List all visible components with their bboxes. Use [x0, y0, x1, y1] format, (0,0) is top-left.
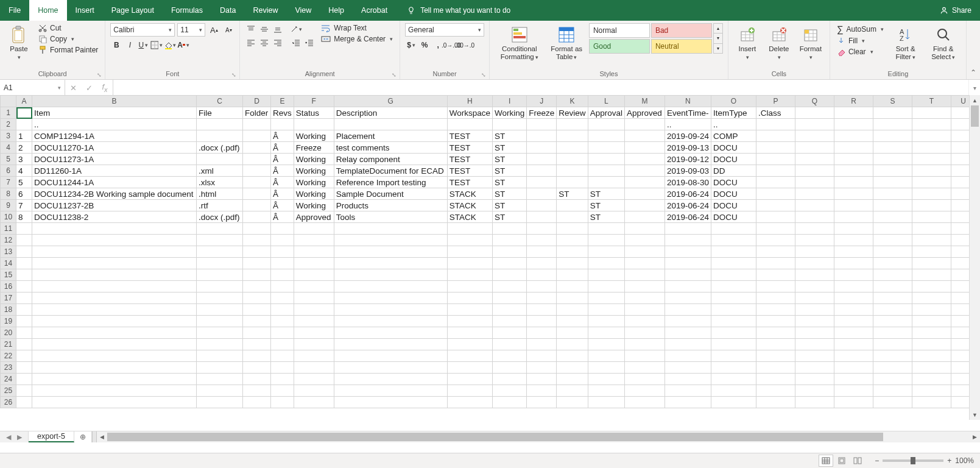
- format-cells-button[interactable]: Format▾: [797, 23, 825, 62]
- accounting-format-button[interactable]: $▾: [405, 39, 417, 51]
- tell-me[interactable]: Tell me what you want to do: [407, 0, 510, 21]
- align-center-button[interactable]: [258, 37, 270, 49]
- svg-rect-3: [15, 30, 22, 41]
- style-normal[interactable]: Normal: [589, 23, 650, 38]
- copy-button[interactable]: Copy▾: [37, 34, 100, 44]
- svg-text:Z: Z: [900, 35, 904, 42]
- decrease-decimal-button[interactable]: .00→.0: [459, 39, 471, 51]
- align-right-button[interactable]: [272, 37, 284, 49]
- merge-center-button[interactable]: Merge & Center▾: [319, 34, 395, 44]
- spreadsheet-grid[interactable]: ABCDEFGHIJKLMNOPQRSTU1ItemFileFolderRevs…: [0, 95, 976, 96]
- dialog-launcher-icon[interactable]: ⤡: [231, 72, 237, 78]
- dialog-launcher-icon[interactable]: ⤡: [391, 72, 397, 78]
- percent-format-button[interactable]: %: [418, 39, 431, 51]
- formula-input[interactable]: [113, 80, 968, 96]
- col-header-P[interactable]: P: [756, 96, 795, 97]
- expand-formula-bar[interactable]: ▾: [968, 80, 980, 96]
- vertical-scrollbar[interactable]: ▲ ▼: [969, 95, 980, 96]
- col-header-J[interactable]: J: [527, 96, 557, 97]
- fill-button[interactable]: Fill▾: [835, 36, 886, 46]
- col-header-R[interactable]: R: [834, 96, 873, 97]
- clear-button[interactable]: Clear▾: [835, 47, 886, 57]
- col-header-B[interactable]: B: [32, 96, 197, 97]
- menu-bar: FileHomeInsertPage LayoutFormulasDataRev…: [0, 0, 980, 21]
- tab-file[interactable]: File: [0, 0, 29, 21]
- bold-button[interactable]: B: [110, 39, 122, 51]
- delete-cells-button[interactable]: Delete▾: [765, 23, 793, 62]
- shrink-font-button[interactable]: A▾: [222, 24, 234, 36]
- group-label-font: Font: [166, 70, 179, 77]
- tab-data[interactable]: Data: [211, 0, 244, 21]
- format-as-table-button[interactable]: Format as Table▾: [548, 23, 585, 62]
- number-format-select[interactable]: General▾: [405, 23, 484, 37]
- tab-insert[interactable]: Insert: [67, 0, 103, 21]
- style-gallery-controls[interactable]: ▴▾▾: [713, 23, 723, 54]
- borders-button[interactable]: ▾: [150, 39, 163, 51]
- find-select-button[interactable]: Find & Select▾: [925, 23, 961, 62]
- italic-button[interactable]: I: [124, 39, 136, 51]
- decrease-indent-button[interactable]: [290, 37, 302, 49]
- col-header-I[interactable]: I: [493, 96, 527, 97]
- cancel-formula-button[interactable]: ✕: [65, 83, 81, 93]
- col-header-E[interactable]: E: [271, 96, 294, 97]
- sort-filter-button[interactable]: AZSort & Filter▾: [889, 23, 922, 62]
- name-box[interactable]: A1▾: [0, 80, 65, 96]
- dialog-launcher-icon[interactable]: ⤡: [96, 72, 102, 78]
- col-header-L[interactable]: L: [588, 96, 624, 97]
- col-header-G[interactable]: G: [334, 96, 447, 97]
- font-color-button[interactable]: A▾: [177, 39, 189, 51]
- tab-formulas[interactable]: Formulas: [163, 0, 211, 21]
- insert-function-button[interactable]: fx: [97, 82, 113, 93]
- col-header-C[interactable]: C: [197, 96, 243, 97]
- col-header-N[interactable]: N: [664, 96, 711, 97]
- scissors-icon: [38, 24, 47, 32]
- font-size-select[interactable]: 11▾: [177, 23, 205, 37]
- col-header-F[interactable]: F: [294, 96, 334, 97]
- orientation-button[interactable]: ▾: [290, 23, 302, 35]
- cut-button[interactable]: Cut: [37, 23, 100, 33]
- col-header-D[interactable]: D: [243, 96, 271, 97]
- insert-cells-button[interactable]: Insert▾: [733, 23, 761, 62]
- tab-view[interactable]: View: [286, 0, 320, 21]
- align-top-button[interactable]: [245, 23, 257, 35]
- font-name-select[interactable]: Calibri▾: [110, 23, 175, 37]
- enter-formula-button[interactable]: ✓: [81, 83, 97, 93]
- conditional-formatting-button[interactable]: Conditional Formatting▾: [495, 23, 544, 62]
- dialog-launcher-icon[interactable]: ⤡: [481, 72, 487, 78]
- scroll-up-button[interactable]: ▲: [970, 95, 980, 96]
- grow-font-button[interactable]: A▴: [208, 24, 220, 36]
- increase-indent-button[interactable]: [303, 37, 316, 49]
- col-header-Q[interactable]: Q: [795, 96, 834, 97]
- fill-color-button[interactable]: ▾: [164, 39, 176, 51]
- group-cells: Insert▾ Delete▾ Format▾ Cells: [728, 21, 830, 79]
- format-painter-button[interactable]: Format Painter: [37, 45, 100, 55]
- col-header-O[interactable]: O: [711, 96, 756, 97]
- tab-acrobat[interactable]: Acrobat: [353, 0, 396, 21]
- share-button[interactable]: Share: [931, 0, 980, 21]
- style-bad[interactable]: Bad: [651, 23, 712, 38]
- col-header-A[interactable]: A: [16, 96, 32, 97]
- col-header-T[interactable]: T: [912, 96, 951, 97]
- col-header-K[interactable]: K: [557, 96, 588, 97]
- align-left-button[interactable]: [245, 37, 257, 49]
- paste-button[interactable]: Paste▾: [5, 23, 33, 62]
- style-neutral[interactable]: Neutral: [651, 39, 712, 54]
- col-header-M[interactable]: M: [624, 96, 664, 97]
- collapse-ribbon-button[interactable]: ⌃: [970, 68, 976, 77]
- align-bottom-button[interactable]: [272, 23, 284, 35]
- underline-button[interactable]: U▾: [137, 39, 149, 51]
- tab-page-layout[interactable]: Page Layout: [103, 0, 163, 21]
- align-middle-button[interactable]: [258, 23, 270, 35]
- align-middle-icon: [260, 25, 269, 34]
- style-good[interactable]: Good: [589, 39, 650, 54]
- tab-help[interactable]: Help: [320, 0, 353, 21]
- select-all-corner[interactable]: [1, 96, 16, 97]
- wrap-text-button[interactable]: Wrap Text: [319, 23, 395, 33]
- align-right-icon: [273, 38, 282, 47]
- svg-rect-16: [513, 36, 526, 38]
- col-header-S[interactable]: S: [873, 96, 912, 97]
- autosum-button[interactable]: ∑AutoSum▾: [835, 23, 886, 35]
- col-header-H[interactable]: H: [447, 96, 492, 97]
- tab-review[interactable]: Review: [244, 0, 286, 21]
- tab-home[interactable]: Home: [29, 0, 66, 21]
